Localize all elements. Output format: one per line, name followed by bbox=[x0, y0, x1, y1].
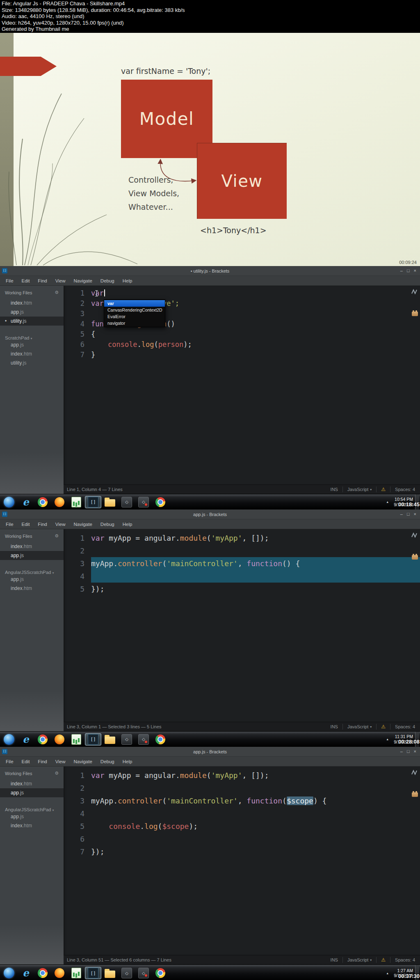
extension-manager-icon[interactable] bbox=[412, 792, 418, 797]
working-file-index.htm[interactable]: index.htm bbox=[0, 542, 64, 551]
window-title-bar[interactable]: [] app.js - Brackets – □ × bbox=[0, 510, 420, 519]
taskbar-brackets-icon[interactable]: [] bbox=[85, 967, 101, 979]
code-line-7[interactable]: 7}); bbox=[66, 845, 420, 858]
code-editor[interactable]: 1var2var person = 'Steve';34function log… bbox=[64, 286, 420, 484]
code-line-6[interactable]: 6 console.log(person); bbox=[66, 340, 420, 350]
menu-debug[interactable]: Debug bbox=[96, 522, 119, 527]
taskbar-media-icon[interactable] bbox=[68, 496, 84, 508]
indent-setting[interactable]: Spaces: 4 bbox=[395, 724, 415, 729]
maximize-button[interactable]: □ bbox=[407, 510, 410, 519]
tray-expand-icon[interactable]: ▲ bbox=[386, 972, 389, 975]
code-editor[interactable]: 1var myApp = angular.module('myApp', [])… bbox=[64, 529, 420, 722]
live-preview-icon[interactable] bbox=[411, 770, 418, 775]
taskbar-brackets-icon[interactable]: [] bbox=[85, 496, 101, 508]
working-file-utility.js[interactable]: •utility.js bbox=[0, 317, 64, 326]
project-file-app.js[interactable]: app.js bbox=[0, 812, 64, 821]
taskbar-capture-icon[interactable]: ◇ bbox=[135, 496, 152, 508]
working-file-app.js[interactable]: app.js bbox=[0, 788, 64, 797]
project-switcher[interactable]: AngularJSScratchPad▾ bbox=[0, 807, 64, 812]
gear-icon[interactable]: ⚙ bbox=[55, 290, 59, 295]
taskbar-capture-icon[interactable]: ◇ bbox=[135, 967, 152, 979]
menu-help[interactable]: Help bbox=[119, 522, 137, 527]
minimize-button[interactable]: – bbox=[400, 510, 403, 519]
menu-find[interactable]: Find bbox=[34, 522, 51, 527]
taskbar-start-icon[interactable] bbox=[1, 967, 17, 979]
code-line-6[interactable]: 6 bbox=[66, 833, 420, 845]
taskbar-media-icon[interactable] bbox=[68, 967, 84, 979]
taskbar-media-icon[interactable] bbox=[68, 733, 84, 746]
taskbar-chrome-icon[interactable] bbox=[34, 733, 51, 746]
code-line-5[interactable]: 5{ bbox=[66, 329, 420, 340]
code-line-4[interactable]: 4 bbox=[66, 807, 420, 820]
insert-mode-indicator[interactable]: INS bbox=[331, 487, 338, 492]
taskbar-ie-icon[interactable]: e bbox=[18, 496, 34, 508]
taskbar-chrome2-icon[interactable] bbox=[152, 496, 169, 508]
taskbar-start-icon[interactable] bbox=[1, 733, 17, 746]
close-button[interactable]: × bbox=[414, 510, 416, 519]
window-title-bar[interactable]: [] • utility.js - Brackets – □ × bbox=[0, 266, 420, 276]
working-file-app.js[interactable]: app.js bbox=[0, 308, 64, 317]
taskbar-chrome-icon[interactable] bbox=[34, 496, 51, 508]
taskbar-explorer-icon[interactable] bbox=[102, 967, 118, 979]
code-line-4[interactable]: 4 bbox=[66, 570, 420, 583]
minimize-button[interactable]: – bbox=[400, 747, 403, 756]
working-file-app.js[interactable]: app.js bbox=[0, 551, 64, 560]
taskbar-firefox-icon[interactable] bbox=[51, 496, 68, 508]
maximize-button[interactable]: □ bbox=[407, 266, 410, 275]
taskbar-viewer-icon[interactable]: ◇ bbox=[119, 967, 135, 979]
lint-warning-icon[interactable]: ⚠ bbox=[381, 724, 386, 730]
code-line-5[interactable]: 5}); bbox=[66, 583, 420, 595]
taskbar-firefox-icon[interactable] bbox=[51, 967, 68, 979]
project-switcher[interactable]: ScratchPad▾ bbox=[0, 335, 64, 340]
taskbar-chrome2-icon[interactable] bbox=[152, 967, 169, 979]
menu-navigate[interactable]: Navigate bbox=[69, 759, 96, 764]
language-selector[interactable]: JavaScript bbox=[347, 487, 368, 492]
working-file-index.htm[interactable]: index.htm bbox=[0, 298, 64, 308]
code-line-1[interactable]: 1var bbox=[66, 288, 420, 298]
menu-navigate[interactable]: Navigate bbox=[69, 522, 96, 527]
lint-warning-icon[interactable]: ⚠ bbox=[381, 487, 386, 492]
taskbar-chrome-icon[interactable] bbox=[34, 967, 51, 979]
maximize-button[interactable]: □ bbox=[407, 747, 410, 756]
tray-expand-icon[interactable]: ▲ bbox=[386, 500, 389, 503]
minimize-button[interactable]: – bbox=[400, 266, 403, 275]
taskbar-brackets-icon[interactable]: [] bbox=[85, 733, 101, 746]
autocomplete-option[interactable]: EvalError bbox=[104, 313, 165, 320]
tray-expand-icon[interactable]: ▲ bbox=[386, 738, 389, 741]
menu-find[interactable]: Find bbox=[34, 278, 51, 283]
taskbar-capture-icon[interactable]: ◇ bbox=[135, 733, 152, 746]
taskbar-explorer-icon[interactable] bbox=[102, 733, 118, 746]
close-button[interactable]: × bbox=[414, 747, 416, 756]
menu-file[interactable]: File bbox=[2, 278, 18, 283]
code-line-5[interactable]: 5 console.log($scope); bbox=[66, 820, 420, 833]
menu-view[interactable]: View bbox=[51, 759, 70, 764]
autocomplete-dropdown[interactable]: varCanvasRenderingContext2DEvalErrornavi… bbox=[104, 299, 165, 327]
close-button[interactable]: × bbox=[414, 266, 416, 275]
project-file-index.htm[interactable]: index.htm bbox=[0, 821, 64, 830]
extension-manager-icon[interactable] bbox=[412, 555, 418, 560]
insert-mode-indicator[interactable]: INS bbox=[331, 724, 338, 729]
working-file-index.htm[interactable]: index.htm bbox=[0, 779, 64, 788]
lint-warning-icon[interactable]: ⚠ bbox=[381, 957, 386, 963]
live-preview-icon[interactable] bbox=[411, 532, 418, 538]
live-preview-icon[interactable] bbox=[411, 289, 418, 294]
menu-help[interactable]: Help bbox=[119, 278, 137, 283]
gear-icon[interactable]: ⚙ bbox=[55, 533, 59, 539]
extension-manager-icon[interactable] bbox=[412, 312, 418, 316]
menu-view[interactable]: View bbox=[51, 278, 70, 283]
window-title-bar[interactable]: [] app.js - Brackets – □ × bbox=[0, 747, 420, 757]
code-line-3[interactable]: 3myApp.controller('mainController', func… bbox=[66, 794, 420, 807]
autocomplete-option[interactable]: navigator bbox=[104, 320, 165, 326]
gear-icon[interactable]: ⚙ bbox=[55, 771, 59, 776]
menu-edit[interactable]: Edit bbox=[18, 522, 34, 527]
code-line-2[interactable]: 2 bbox=[66, 544, 420, 557]
taskbar-ie-icon[interactable]: e bbox=[18, 733, 34, 746]
code-line-1[interactable]: 1var myApp = angular.module('myApp', [])… bbox=[66, 532, 420, 544]
code-editor[interactable]: 1var myApp = angular.module('myApp', [])… bbox=[64, 767, 420, 955]
taskbar-ie-icon[interactable]: e bbox=[18, 967, 34, 979]
project-file-app.js[interactable]: app.js bbox=[0, 340, 64, 349]
menu-file[interactable]: File bbox=[2, 522, 18, 527]
insert-mode-indicator[interactable]: INS bbox=[331, 957, 338, 962]
menu-navigate[interactable]: Navigate bbox=[69, 278, 96, 283]
project-file-index.htm[interactable]: index.htm bbox=[0, 349, 64, 358]
